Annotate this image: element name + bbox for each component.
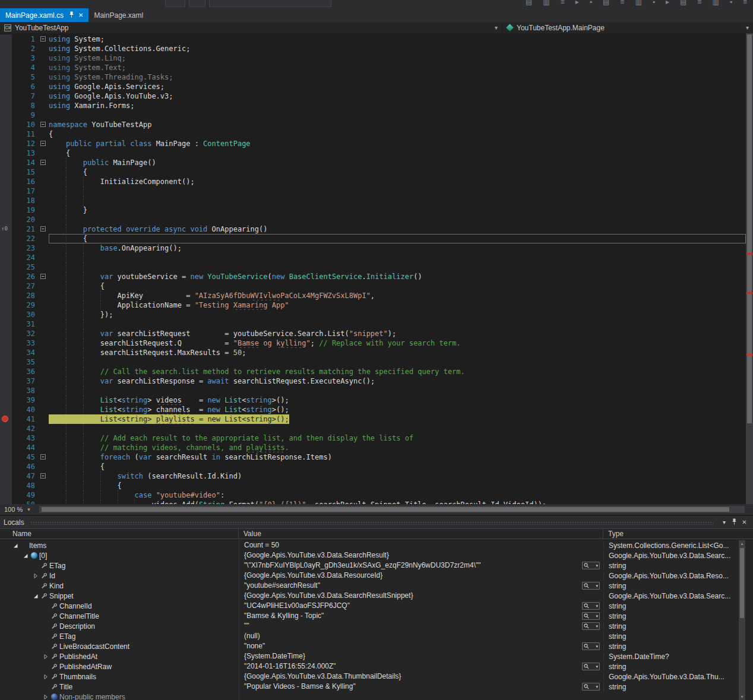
toolbar-icon[interactable]: ▪ — [590, 0, 592, 6]
editor-vertical-scrollbar[interactable] — [746, 33, 753, 504]
glyph-margin[interactable] — [0, 196, 12, 205]
collapse-icon[interactable] — [32, 593, 39, 599]
fold-collapse-icon[interactable]: − — [40, 473, 46, 479]
glyph-margin[interactable] — [0, 177, 12, 186]
variable-value-cell[interactable]: "Bamse & Kylling - Topic"▾ — [239, 611, 603, 621]
fold-collapse-icon[interactable]: − — [40, 36, 46, 42]
column-header-value[interactable]: Value — [239, 529, 603, 539]
toolbar-icon[interactable]: ▥ — [712, 0, 719, 6]
type-member-dropdown[interactable]: YouTubeTestApp.MainPage ▾ — [502, 22, 753, 33]
variable-value-cell[interactable] — [239, 692, 603, 700]
editor-horizontal-scrollbar[interactable] — [39, 506, 745, 513]
chevron-down-icon[interactable]: ▾ — [746, 24, 749, 31]
locals-row-ETag[interactable]: ETag(null)string — [0, 631, 753, 641]
close-icon[interactable]: ✕ — [739, 519, 749, 525]
glyph-margin[interactable] — [0, 329, 12, 338]
glyph-margin[interactable] — [0, 44, 12, 53]
toolbar-icon[interactable]: ▤ — [680, 0, 686, 6]
close-icon[interactable]: ✕ — [78, 12, 83, 18]
toolbar-icon[interactable]: ▪ — [730, 0, 732, 6]
toolbar-icon[interactable]: ▸ — [575, 0, 579, 6]
toolbar-icon[interactable]: ▥ — [543, 0, 549, 6]
breakpoint-icon[interactable] — [2, 416, 8, 422]
tab-MainPage.xaml.cs[interactable]: MainPage.xaml.cs✕ — [0, 8, 88, 22]
locals-row-Id[interactable]: Id{Google.Apis.YouTube.v3.Data.ResourceI… — [0, 571, 753, 581]
variable-value-cell[interactable]: Count = 50 — [239, 540, 603, 550]
locals-row-PublishedAtRaw[interactable]: PublishedAtRaw"2014-01-16T16:55:24.000Z"… — [0, 661, 753, 672]
glyph-margin[interactable] — [0, 53, 12, 63]
visualizer-magnifier-button[interactable]: ▾ — [582, 663, 600, 670]
fold-collapse-icon[interactable]: − — [40, 226, 46, 232]
locals-title-bar[interactable]: Locals ▾ ✕ — [0, 516, 753, 528]
locals-row-Items[interactable]: ItemsCount = 50System.Collections.Generi… — [0, 540, 753, 550]
expand-icon[interactable] — [42, 654, 49, 660]
locals-row-ETag[interactable]: ETag"\"XI7nbFXuIYBlpL0ayR_gDh3eu1k/xSAxG… — [0, 560, 753, 571]
visualizer-magnifier-button[interactable]: ▾ — [582, 602, 600, 610]
toolbar-icon[interactable]: ≡ — [697, 0, 701, 6]
zoom-control[interactable]: 100 % ▾ — [0, 504, 39, 515]
locals-row-ChannelTitle[interactable]: ChannelTitle"Bamse & Kylling - Topic"▾st… — [0, 611, 753, 621]
column-header-name[interactable]: Name — [0, 529, 239, 539]
toolbar-icon[interactable]: ≡ — [620, 0, 624, 6]
glyph-margin[interactable] — [0, 205, 12, 215]
variable-value-cell[interactable]: {System.DateTime} — [239, 651, 603, 661]
glyph-margin[interactable] — [0, 319, 12, 329]
glyph-margin[interactable] — [0, 395, 12, 405]
glyph-margin[interactable] — [0, 481, 12, 490]
locals-row-ChannelId[interactable]: ChannelId"UC4wPliHE1v00aoFSJFP6JCQ"▾stri… — [0, 601, 753, 611]
visualizer-magnifier-button[interactable]: ▾ — [582, 683, 600, 691]
variable-value-cell[interactable]: "none"▾ — [239, 641, 603, 651]
toolbar-icon[interactable]: ▸ — [666, 0, 669, 6]
fold-collapse-icon[interactable]: − — [40, 160, 46, 165]
toolbar-icon[interactable]: ▥ — [635, 0, 641, 6]
glyph-margin[interactable] — [0, 120, 12, 129]
glyph-margin[interactable] — [0, 272, 12, 281]
locals-row-Snippet[interactable]: Snippet{Google.Apis.YouTube.v3.Data.Sear… — [0, 591, 753, 601]
toolbar-icon[interactable]: ≡ — [561, 0, 565, 6]
scroll-up-icon[interactable]: ▲ — [739, 540, 745, 547]
expand-icon[interactable] — [42, 674, 49, 680]
variable-value-cell[interactable]: ""▾ — [239, 621, 603, 631]
locals-row-Kind[interactable]: Kind"youtube#searchResult"▾string — [0, 581, 753, 591]
variable-value-cell[interactable]: "UC4wPliHE1v00aoFSJFP6JCQ"▾ — [239, 601, 603, 611]
toolbar-icon[interactable]: ▤ — [603, 0, 609, 6]
expand-icon[interactable] — [42, 694, 49, 700]
visualizer-magnifier-button[interactable]: ▾ — [582, 622, 600, 630]
glyph-margin[interactable] — [0, 91, 12, 101]
drag-handle[interactable] — [30, 521, 713, 525]
locals-row-Title[interactable]: Title"Popular Videos - Bamse & Kylling"▾… — [0, 682, 753, 692]
fold-collapse-icon[interactable]: − — [40, 274, 46, 279]
scrollbar-thumb[interactable] — [740, 548, 744, 618]
glyph-margin[interactable] — [0, 433, 12, 443]
glyph-margin[interactable] — [0, 63, 12, 72]
glyph-margin[interactable] — [0, 72, 12, 82]
visualizer-magnifier-button[interactable]: ▾ — [582, 612, 600, 620]
visualizer-magnifier-button[interactable]: ▾ — [582, 582, 600, 590]
glyph-margin[interactable] — [0, 443, 12, 452]
locals-row-Description[interactable]: Description""▾string — [0, 621, 753, 631]
variable-value-cell[interactable]: "Popular Videos - Bamse & Kylling"▾ — [239, 682, 603, 692]
locals-row-Thumbnails[interactable]: Thumbnails{Google.Apis.YouTube.v3.Data.T… — [0, 672, 753, 682]
code-editor[interactable]: 1−using System;2using System.Collections… — [0, 33, 753, 504]
variable-value-cell[interactable]: {Google.Apis.YouTube.v3.Data.ThumbnailDe… — [239, 672, 603, 682]
variable-value-cell[interactable]: {Google.Apis.YouTube.v3.Data.SearchResul… — [239, 591, 603, 601]
glyph-margin[interactable] — [0, 139, 12, 148]
glyph-margin[interactable] — [0, 253, 12, 262]
glyph-margin[interactable] — [0, 234, 12, 243]
glyph-margin[interactable] — [0, 101, 12, 110]
column-header-type[interactable]: Type — [603, 529, 753, 539]
glyph-margin[interactable]: ↑0 — [0, 224, 12, 234]
window-position-icon[interactable]: ▾ — [719, 519, 729, 525]
glyph-margin[interactable] — [0, 167, 12, 177]
fold-collapse-icon[interactable]: − — [40, 141, 46, 146]
pin-icon[interactable] — [729, 518, 739, 526]
glyph-margin[interactable] — [0, 186, 12, 196]
glyph-margin[interactable] — [0, 148, 12, 158]
scrollbar-thumb[interactable] — [42, 507, 729, 512]
fold-collapse-icon[interactable]: − — [40, 122, 46, 127]
glyph-margin[interactable] — [0, 471, 12, 481]
toolbar-dropdown-stub[interactable] — [165, 0, 185, 7]
glyph-margin[interactable] — [0, 424, 12, 433]
glyph-margin[interactable] — [0, 357, 12, 367]
pin-icon[interactable] — [69, 11, 74, 20]
